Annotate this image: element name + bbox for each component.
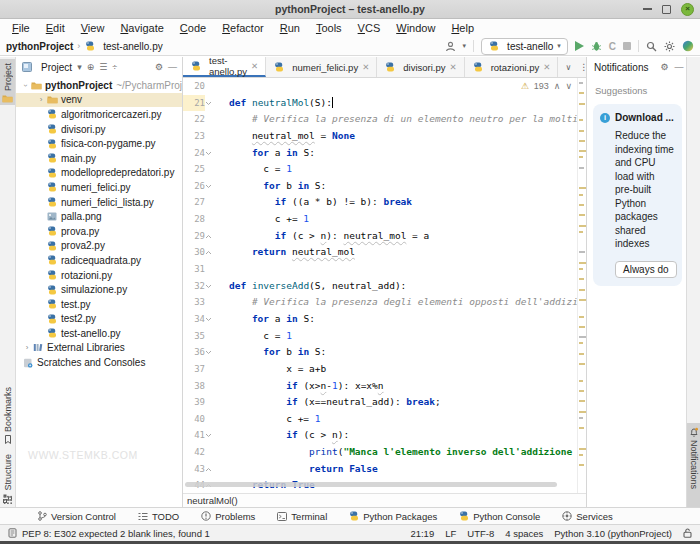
- code-area[interactable]: 2021def neutralMol(S):22 # Verifica la p…: [183, 78, 577, 494]
- tree-item[interactable]: modellopredepredatori.py: [16, 166, 182, 181]
- code-line-42[interactable]: 42 print("Manca l'elemento inverso dell'…: [183, 444, 577, 461]
- tree-item[interactable]: algoritmoricercazeri.py: [16, 107, 182, 122]
- search-icon[interactable]: [646, 41, 657, 52]
- chevron-down-icon[interactable]: ▾: [77, 62, 82, 72]
- menu-file[interactable]: File: [4, 22, 38, 34]
- python-interpreter[interactable]: Python 3.10 (pythonProject): [554, 528, 672, 539]
- tree-item[interactable]: ›venv: [16, 93, 182, 108]
- run-configuration-select[interactable]: test-anello ▾: [481, 38, 568, 55]
- panel-settings-gear-icon[interactable]: ⚙: [155, 62, 163, 72]
- fold-marker-icon[interactable]: [205, 284, 229, 289]
- tree-item[interactable]: main.py: [16, 151, 182, 166]
- restore-button[interactable]: [662, 5, 671, 14]
- code-line-34[interactable]: 34 for a in S:: [183, 311, 577, 328]
- breadcrumb-file[interactable]: test-anello.py: [103, 41, 162, 52]
- menu-edit[interactable]: Edit: [38, 22, 73, 34]
- tree-item[interactable]: numeri_felici_lista.py: [16, 195, 182, 210]
- expand-icon[interactable]: ÷: [112, 62, 117, 72]
- editor-breadcrumb[interactable]: neutralMol(): [183, 493, 586, 507]
- code-line-22[interactable]: 22 # Verifica la presenza di un elemento…: [183, 111, 577, 128]
- tree-root[interactable]: ›pythonProject~/PycharmProje: [16, 78, 182, 93]
- code-line-26[interactable]: 26 for b in S:: [183, 178, 577, 195]
- stripe-tab-bookmarks[interactable]: Bookmarks: [0, 383, 15, 443]
- menu-run[interactable]: Run: [272, 22, 308, 34]
- toolwindow-services[interactable]: Services: [552, 511, 622, 522]
- stripe-tab-project[interactable]: Project: [0, 59, 15, 105]
- menu-view[interactable]: View: [73, 22, 113, 34]
- fold-marker-icon[interactable]: [205, 234, 229, 239]
- breadcrumb-function[interactable]: neutralMol(): [187, 495, 238, 506]
- editor-tab-test-anello-py[interactable]: test-anello.py✕: [183, 57, 266, 77]
- code-line-40[interactable]: 40 c += 1: [183, 411, 577, 428]
- toolwindow-python-packages[interactable]: Python Packages: [339, 511, 447, 522]
- code-line-36[interactable]: 36 for b in S:: [183, 344, 577, 361]
- tree-item[interactable]: palla.png: [16, 209, 182, 224]
- code-line-39[interactable]: 39 if (x==neutral_add): break;: [183, 394, 577, 411]
- tree-item[interactable]: numeri_felici.py: [16, 180, 182, 195]
- toolwindow-todo[interactable]: TODO: [128, 511, 189, 522]
- horizontal-scrollbar[interactable]: [185, 482, 557, 487]
- collapse-all-icon[interactable]: ☰: [99, 62, 107, 72]
- code-line-25[interactable]: 25 c = 1: [183, 161, 577, 178]
- code-line-29[interactable]: 29 if (c > n): neutral_mol = a: [183, 228, 577, 245]
- menu-vcs[interactable]: VCS: [350, 22, 389, 34]
- fold-marker-icon[interactable]: [205, 317, 229, 322]
- close-button[interactable]: ×: [681, 3, 694, 16]
- file-encoding[interactable]: UTF-8: [467, 528, 494, 539]
- prev-warning-icon[interactable]: ∧: [554, 81, 561, 91]
- caret-position[interactable]: 21:19: [410, 528, 434, 539]
- project-panel-title[interactable]: Project: [41, 62, 72, 73]
- hide-panel-icon[interactable]: —: [675, 62, 684, 72]
- code-line-27[interactable]: 27 if ((a * b) != b): break: [183, 194, 577, 211]
- settings-gear-icon[interactable]: [664, 41, 675, 52]
- editor-tab-divisori-py[interactable]: divisori.py✕: [377, 57, 464, 77]
- hide-panel-icon[interactable]: —: [168, 62, 177, 72]
- close-tab-icon[interactable]: ✕: [450, 62, 457, 72]
- tree-item[interactable]: simulazione.py: [16, 282, 182, 297]
- code-line-33[interactable]: 33 # Verifica la presenza degli elementi…: [183, 294, 577, 311]
- code-line-37[interactable]: 37 x = a+b: [183, 361, 577, 378]
- stripe-tab-notifications[interactable]: Notifications: [687, 423, 700, 507]
- tree-item[interactable]: Scratches and Consoles: [16, 355, 182, 370]
- error-stripe-scrollbar[interactable]: [577, 78, 586, 494]
- menu-help[interactable]: Help: [443, 22, 482, 34]
- close-tab-icon[interactable]: ✕: [362, 62, 369, 72]
- tab-list-chevron-icon[interactable]: ∨: [565, 63, 571, 72]
- inspections-widget[interactable]: ⚠ 193 ∧ ∨: [521, 81, 572, 91]
- coverage-button[interactable]: C: [609, 41, 616, 52]
- tree-item[interactable]: rotazioni.py: [16, 268, 182, 283]
- fold-marker-icon[interactable]: [205, 151, 229, 156]
- fold-marker-icon[interactable]: [205, 184, 229, 189]
- locate-file-icon[interactable]: ⊕: [87, 62, 95, 72]
- code-line-41[interactable]: 41 if (c > n):: [183, 427, 577, 444]
- tree-item[interactable]: ›External Libraries: [16, 341, 182, 356]
- fold-marker-icon[interactable]: [205, 250, 229, 255]
- next-warning-icon[interactable]: ∨: [565, 81, 572, 91]
- expand-arrow-icon[interactable]: ›: [22, 343, 32, 352]
- code-with-me-sphere-icon[interactable]: [682, 40, 694, 52]
- notifications-gear-icon[interactable]: ⚙: [660, 62, 668, 72]
- fold-marker-icon[interactable]: [205, 433, 229, 438]
- toolwindow-terminal[interactable]: Terminal: [267, 511, 337, 522]
- run-button[interactable]: [575, 41, 584, 51]
- tree-item[interactable]: test.py: [16, 297, 182, 312]
- toolwindow-version-control[interactable]: Version Control: [28, 511, 126, 522]
- tree-item[interactable]: radicequadrata.py: [16, 253, 182, 268]
- tree-item[interactable]: test-anello.py: [16, 326, 182, 341]
- close-tab-icon[interactable]: ✕: [543, 62, 550, 72]
- code-line-35[interactable]: 35 c = 1: [183, 328, 577, 345]
- code-line-32[interactable]: 32def inverseAdd(S, neutral_add):: [183, 278, 577, 295]
- lock-icon[interactable]: [683, 528, 692, 538]
- toolwindow-problems[interactable]: Problems: [191, 511, 265, 522]
- fold-marker-icon[interactable]: [205, 467, 229, 472]
- tree-item[interactable]: prova2.py: [16, 239, 182, 254]
- code-line-21[interactable]: 21def neutralMol(S):: [183, 95, 577, 112]
- toolwindow-python-console[interactable]: Python Console: [449, 511, 550, 522]
- close-tab-icon[interactable]: ✕: [251, 61, 258, 71]
- indent-setting[interactable]: 4 spaces: [505, 528, 543, 539]
- status-message[interactable]: PEP 8: E302 expected 2 blank lines, foun…: [22, 528, 210, 539]
- tree-item[interactable]: test2.py: [16, 312, 182, 327]
- menu-code[interactable]: Code: [172, 22, 214, 34]
- tree-item[interactable]: fisica-con-pygame.py: [16, 136, 182, 151]
- minimize-button[interactable]: [643, 8, 652, 10]
